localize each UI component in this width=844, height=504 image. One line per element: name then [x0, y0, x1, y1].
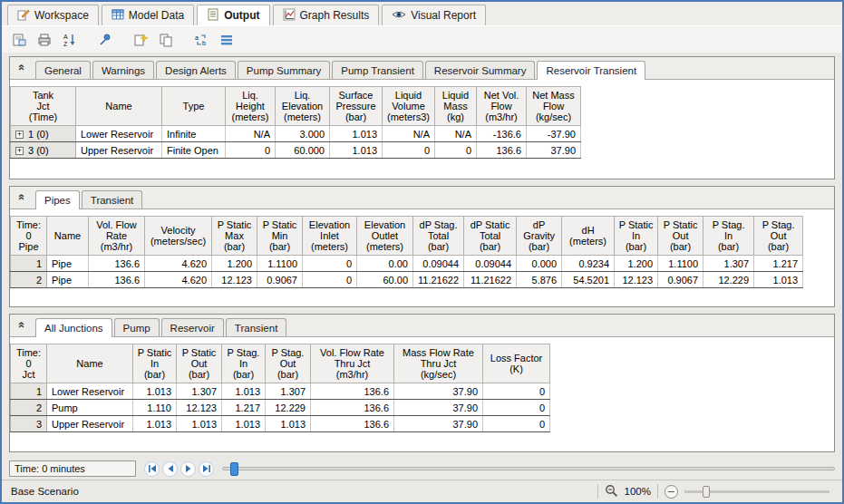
pipes-row: 2Pipe136.64.62012.1230.9067060.0011.2162… — [11, 272, 803, 288]
reservoir-column-header: Type — [162, 87, 226, 126]
pipes-cell: 0.9067 — [257, 272, 303, 288]
svg-text:A: A — [63, 34, 68, 40]
zoom-out-button[interactable] — [665, 485, 678, 499]
pipes-tabstrip: » PipesTransient — [10, 187, 834, 209]
reservoir-cell: Lower Reservoir — [76, 126, 162, 142]
reservoir-column-header: Net Mass Flow (kg/sec) — [527, 87, 581, 126]
view-tab-bar: Workspace Model Data Output Graph Result… — [2, 2, 842, 25]
pipes-tab-transient[interactable]: Transient — [82, 190, 143, 208]
pipes-cell: 11.21622 — [413, 272, 464, 288]
pipes-cell: 12.123 — [212, 272, 257, 288]
toolbar-sort-az-button[interactable]: AZ — [58, 29, 81, 50]
output-tab-reservoir-transient[interactable]: Reservoir Transient — [537, 61, 645, 80]
output-tab-warnings[interactable]: Warnings — [92, 61, 154, 79]
step-forward-button[interactable] — [180, 461, 196, 477]
time-slider-thumb[interactable] — [230, 462, 238, 476]
junctions-column-header: P Static Out (bar) — [177, 344, 222, 383]
junctions-tab-reservoir[interactable]: Reservoir — [161, 318, 224, 336]
tab-output[interactable]: Output — [197, 5, 269, 25]
output-tab-pump-summary[interactable]: Pump Summary — [238, 61, 330, 79]
toolbar-pin-button[interactable] — [93, 29, 116, 50]
summary-panel: » GeneralWarningsDesign AlertsPump Summa… — [9, 56, 835, 179]
output-tab-pump-transient[interactable]: Pump Transient — [332, 61, 423, 79]
skip-start-button[interactable] — [144, 461, 160, 477]
pipes-cell: 0.000 — [517, 256, 562, 272]
junctions-tab-pump[interactable]: Pump — [114, 318, 160, 336]
reservoir-column-header: Liq. Elevation (meters) — [276, 87, 330, 126]
pipes-panel: » PipesTransient Time: 0 PipeNameVol. Fl… — [9, 186, 835, 307]
junctions-table-area: Time: 0 JctNameP Static In (bar)P Static… — [10, 337, 834, 432]
reservoir-transient-table-area: Tank Jct (Time)NameTypeLiq. Height (mete… — [10, 80, 834, 159]
junctions-row: 2Pump1.11012.1231.21712.229136.637.900 — [11, 400, 550, 416]
pipes-table-area: Time: 0 PipeNameVol. Flow Rate (m3/hr)Ve… — [10, 209, 834, 288]
reservoir-cell: 0 — [383, 142, 435, 159]
expand-icon[interactable]: + — [15, 147, 24, 155]
collapse-chevron-icon[interactable]: » — [15, 322, 26, 328]
pipes-column-header: P Stag. Out (bar) — [754, 217, 803, 256]
pipes-column-header: Name — [47, 217, 89, 256]
tab-graph-results[interactable]: Graph Results — [273, 5, 380, 25]
toolbar-transfer-button[interactable]: ab — [189, 29, 212, 50]
junctions-cell: 1.013 — [133, 383, 177, 400]
pipes-column-header: P Stag. In (bar) — [703, 217, 754, 256]
reservoir-row: +3 (0)Upper ReservoirFinite Open060.0001… — [11, 142, 581, 159]
junctions-tab-all-junctions[interactable]: All Junctions — [35, 318, 112, 337]
reservoir-cell: 0 — [226, 142, 276, 159]
junctions-cell: 12.123 — [177, 400, 222, 416]
junctions-panel: » All JunctionsPumpReservoirTransient Ti… — [9, 314, 835, 452]
tab-visual-report[interactable]: Visual Report — [382, 5, 486, 25]
junctions-column-header: P Stag. Out (bar) — [266, 344, 311, 383]
skip-end-button[interactable] — [199, 461, 214, 477]
collapse-chevron-icon[interactable]: » — [15, 194, 26, 200]
reservoir-cell: N/A — [383, 126, 435, 142]
toolbar-list-button[interactable] — [215, 29, 238, 50]
pipes-cell: 11.21622 — [464, 272, 517, 288]
junctions-cell: 1.013 — [222, 383, 266, 400]
pipes-row-header: 2 — [11, 272, 47, 288]
junctions-cell: 136.6 — [311, 416, 394, 432]
toolbar-print-button[interactable] — [33, 29, 55, 50]
junctions-column-header: Name — [47, 344, 133, 383]
junctions-column-header: P Stag. In (bar) — [222, 344, 266, 383]
toolbar-new-item-button[interactable] — [129, 29, 151, 50]
collapse-chevron-icon[interactable]: » — [15, 64, 26, 71]
zoom-magnifier-icon — [605, 484, 618, 499]
pipes-cell: 0 — [303, 272, 357, 288]
reservoir-row-header: +1 (0) — [11, 126, 76, 142]
reservoir-cell: 3.000 — [276, 126, 330, 142]
junctions-column-header: Loss Factor (K) — [483, 344, 550, 383]
reservoir-column-header: Tank Jct (Time) — [11, 87, 76, 126]
time-slider[interactable] — [222, 467, 835, 470]
pipes-tab-pipes[interactable]: Pipes — [35, 190, 80, 209]
junctions-cell: 1.217 — [222, 400, 266, 416]
pipes-cell: 0.09044 — [464, 256, 517, 272]
reservoir-cell: 60.000 — [276, 142, 330, 159]
junctions-cell: 1.307 — [266, 383, 311, 400]
output-tab-general[interactable]: General — [35, 61, 91, 79]
reservoir-column-header: Surface Pressure (bar) — [330, 87, 383, 126]
junctions-column-header: Vol. Flow Rate Thru Jct (m3/hr) — [311, 344, 394, 383]
reservoir-cell: N/A — [435, 126, 477, 142]
toolbar-copy-button[interactable] — [154, 29, 177, 50]
pipes-header-row: Time: 0 PipeNameVol. Flow Rate (m3/hr)Ve… — [11, 217, 803, 256]
pipes-column-header: Vol. Flow Rate (m3/hr) — [89, 217, 145, 256]
skip-start-icon — [148, 460, 157, 477]
expand-icon[interactable]: + — [15, 131, 24, 139]
reservoir-row: +1 (0)Lower ReservoirInfiniteN/A3.0001.0… — [11, 126, 581, 142]
zoom-slider[interactable] — [684, 490, 829, 493]
step-back-icon — [166, 460, 175, 477]
reservoir-cell: Finite Open — [162, 142, 226, 159]
tab-model-data[interactable]: Model Data — [102, 5, 194, 25]
output-tab-design-alerts[interactable]: Design Alerts — [156, 61, 236, 79]
pipes-column-header: dP Stag. Total (bar) — [413, 217, 464, 256]
output-tab-reservoir-summary[interactable]: Reservoir Summary — [425, 61, 536, 79]
toolbar-report-button[interactable] — [7, 29, 30, 50]
junctions-tab-transient[interactable]: Transient — [226, 318, 287, 336]
step-back-button[interactable] — [162, 461, 178, 477]
status-bar: Base Scenario 100% — [2, 480, 842, 502]
junctions-header-row: Time: 0 JctNameP Static In (bar)P Static… — [11, 344, 550, 383]
zoom-slider-thumb[interactable] — [703, 486, 710, 498]
time-bar: Time: 0 minutes — [2, 458, 842, 480]
pipes-cell: 12.123 — [615, 272, 658, 288]
tab-workspace[interactable]: Workspace — [7, 5, 99, 25]
